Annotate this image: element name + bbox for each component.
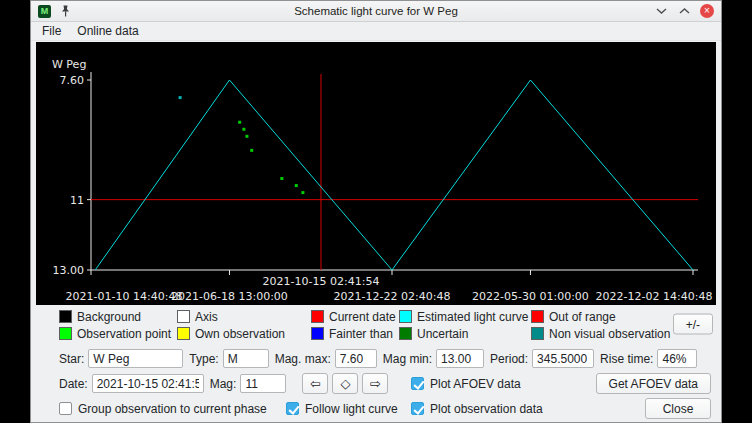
legend-label: Observation point	[77, 327, 171, 341]
close-button[interactable]: Close	[645, 398, 711, 419]
checkbox-label: Plot observation data	[430, 402, 543, 416]
legend-swatch	[399, 310, 412, 323]
mag-label: Mag:	[210, 377, 237, 391]
legend-label: Estimated light curve	[417, 310, 528, 324]
control-panel: Star: Type: Mag. max: Mag min: Period: R…	[31, 343, 721, 421]
legend: Background Axis Current date Estimated l…	[31, 305, 721, 343]
pin-icon[interactable]	[58, 4, 72, 18]
date-input[interactable]	[92, 374, 204, 393]
app-window: Schematic light curve for W Peg M × File…	[30, 0, 722, 423]
follow-light-curve-checkbox-box	[286, 402, 299, 415]
x-tick-label: 2021-12-22 02:40:48	[334, 290, 451, 303]
legend-item-non-visual-observation: Non visual observation	[531, 326, 677, 341]
period-label: Period:	[490, 352, 528, 366]
checkbox-label: Follow light curve	[305, 402, 398, 416]
legend-label: Current date	[329, 310, 396, 324]
legend-item-observation-point: Observation point	[59, 326, 177, 341]
rise-time-input[interactable]	[657, 349, 697, 368]
legend-item-own-observation: Own observation	[177, 326, 311, 341]
legend-swatch	[177, 310, 190, 323]
legend-label: Out of range	[549, 310, 616, 324]
observation-point	[301, 191, 304, 194]
period-input[interactable]	[532, 349, 594, 368]
legend-item-current-date: Current date	[311, 309, 399, 324]
group-observation-checkbox-box	[59, 402, 72, 415]
app-icon[interactable]: M	[38, 5, 51, 18]
checkbox-label: Group observation to current phase	[78, 402, 267, 416]
plot-afoev-checkbox-box	[411, 377, 424, 390]
x-tick-label: 2022-12-02 14:40:48	[596, 290, 713, 303]
menu-bar: File Online data	[31, 22, 721, 41]
plus-minus-button[interactable]: +/-	[673, 314, 713, 335]
checkbox-group-observation[interactable]: Group observation to current phase	[59, 402, 267, 416]
close-icon[interactable]: ×	[700, 4, 714, 18]
x-tick-label: 2021-01-10 14:40:48	[66, 290, 183, 303]
legend-item-fainter-than: Fainter than	[311, 326, 399, 341]
legend-swatch	[59, 327, 72, 340]
checkbox-label: Plot AFOEV data	[430, 377, 521, 391]
current-date-button[interactable]: ◇	[332, 373, 358, 394]
checkbox-follow-light-curve[interactable]: Follow light curve	[286, 402, 398, 416]
observation-point	[250, 149, 253, 152]
date-label: Date:	[59, 377, 88, 391]
checkbox-plot-afoev-data[interactable]: Plot AFOEV data	[411, 377, 521, 391]
form-row-2: Date: Mag: ⇦ ◇ ⇨ Plot AFOEV data Get AFO…	[31, 371, 721, 396]
mag-max-label: Mag. max:	[275, 352, 331, 366]
plot-title: W Peg	[52, 58, 86, 71]
get-afoev-data-button[interactable]: Get AFOEV data	[596, 373, 711, 394]
type-label: Type:	[189, 352, 218, 366]
legend-swatch	[399, 327, 412, 340]
type-input[interactable]	[223, 349, 269, 368]
light-curve-plot[interactable]: W Peg7.601113.002021-01-10 14:40:482021-…	[36, 42, 716, 305]
star-input[interactable]	[88, 349, 183, 368]
menu-file[interactable]: File	[35, 23, 68, 39]
estimated-curve	[95, 80, 693, 270]
plot-area: W Peg7.601113.002021-01-10 14:40:482021-…	[36, 42, 716, 305]
legend-swatch	[177, 327, 190, 340]
observation-point	[280, 177, 283, 180]
legend-swatch	[311, 310, 324, 323]
observation-point	[242, 128, 245, 131]
x-tick-label: 2021-06-18 13:00:00	[171, 290, 288, 303]
form-row-1: Star: Type: Mag. max: Mag min: Period: R…	[31, 346, 721, 371]
y-tick-label: 13.00	[53, 264, 85, 277]
minimize-icon[interactable]	[654, 4, 668, 18]
x-tick-label: 2022-05-30 01:00:00	[472, 290, 589, 303]
maximize-icon[interactable]	[677, 4, 691, 18]
rise-time-label: Rise time:	[600, 352, 653, 366]
checkbox-plot-observation-data[interactable]: Plot observation data	[411, 402, 543, 416]
legend-swatch	[311, 327, 324, 340]
y-tick-label: 11	[70, 194, 84, 207]
current-date-label: 2021-10-15 02:41:54	[263, 275, 380, 288]
plot-observation-checkbox-box	[411, 402, 424, 415]
legend-item-out-of-range: Out of range	[531, 309, 677, 324]
form-row-3: Group observation to current phase Follo…	[31, 396, 721, 421]
observation-point	[245, 135, 248, 138]
y-tick-label: 7.60	[60, 74, 85, 87]
mag-max-input[interactable]	[335, 349, 377, 368]
legend-label: Own observation	[195, 327, 285, 341]
legend-item-axis: Axis	[177, 309, 311, 324]
legend-item-uncertain: Uncertain	[399, 326, 531, 341]
legend-item-estimated-light-curve: Estimated light curve	[399, 309, 531, 324]
prev-date-button[interactable]: ⇦	[302, 373, 328, 394]
mag-min-label: Mag min:	[383, 352, 432, 366]
legend-label: Fainter than	[329, 327, 393, 341]
star-label: Star:	[59, 352, 84, 366]
next-date-button[interactable]: ⇨	[362, 373, 388, 394]
observation-point	[238, 121, 241, 124]
mag-min-input[interactable]	[436, 349, 484, 368]
window-title: Schematic light curve for W Peg	[31, 5, 721, 17]
mag-input[interactable]	[240, 374, 286, 393]
menu-online-data[interactable]: Online data	[70, 23, 145, 39]
title-bar: Schematic light curve for W Peg M ×	[31, 1, 721, 22]
legend-swatch	[531, 327, 544, 340]
observation-point	[295, 184, 298, 187]
legend-label: Background	[77, 310, 141, 324]
legend-item-background: Background	[59, 309, 177, 324]
legend-label: Non visual observation	[549, 327, 670, 341]
non-visual-observation-point	[179, 96, 182, 99]
legend-label: Axis	[195, 310, 218, 324]
legend-swatch	[59, 310, 72, 323]
legend-swatch	[531, 310, 544, 323]
